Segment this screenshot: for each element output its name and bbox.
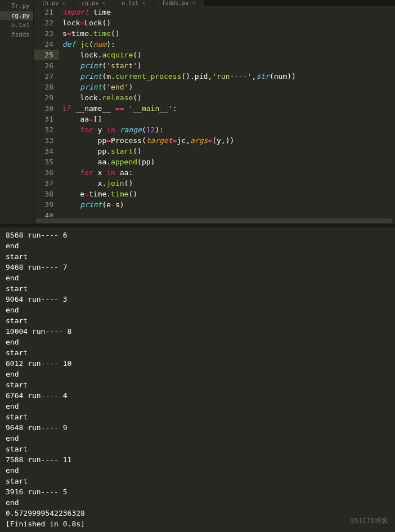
line-number[interactable]: 31 (34, 114, 59, 124)
sidebar-file[interactable]: Tr.py (0, 1, 33, 11)
code-area[interactable]: 2122232425262728293031323334353637383940… (34, 6, 395, 217)
tab-label: th.py (42, 0, 59, 6)
code-line[interactable]: lock.release() (62, 92, 395, 103)
code-line[interactable]: for x in aa: (62, 167, 395, 178)
editor-tab[interactable]: th.py× (34, 0, 74, 6)
code-line[interactable]: print(m.current_process().pid,'run----',… (62, 71, 395, 82)
tab-label: fsdds.py (161, 0, 188, 6)
editor-tab[interactable]: e.txt× (114, 0, 154, 6)
line-number[interactable]: 39 (34, 199, 59, 210)
code-line[interactable]: aa=[] (62, 114, 395, 124)
code-line[interactable]: import time (62, 7, 395, 17)
code-line[interactable]: print('start') (62, 60, 395, 71)
console-line: end (6, 465, 389, 476)
line-number[interactable]: 29 (34, 92, 59, 103)
line-number[interactable]: 28 (34, 82, 59, 92)
close-icon[interactable]: × (142, 0, 145, 6)
console-line: [Finished in 0.8s] (6, 518, 389, 529)
sidebar-file[interactable]: fsdds (0, 30, 33, 39)
console-line: end (6, 240, 389, 251)
horizontal-scrollbar[interactable] (36, 218, 393, 223)
line-number[interactable]: 36 (34, 167, 59, 178)
code-line[interactable]: if __name__ == '__main__': (62, 103, 395, 114)
console-line: end (6, 433, 389, 444)
code-line[interactable]: e=time.time() (62, 189, 395, 199)
console-line: 9468 run---- 7 (6, 262, 389, 272)
line-number[interactable]: 24 (34, 39, 59, 50)
console-line: end (6, 497, 389, 508)
tab-bar: th.py×cg.py×e.txt×fsdds.py× (34, 0, 395, 6)
line-number[interactable]: 23 (34, 28, 59, 39)
line-number[interactable]: 30 (34, 103, 59, 114)
console-line: start (6, 283, 389, 294)
code-line[interactable]: lock.acquire() (62, 50, 395, 60)
console-line: 6012 run---- 10 (6, 358, 389, 369)
line-number[interactable]: 34 (34, 146, 59, 157)
console-line: start (6, 315, 389, 326)
close-icon[interactable]: × (102, 0, 105, 6)
console-line: 3916 run---- 5 (6, 486, 389, 497)
console-line: 9064 run---- 3 (6, 294, 389, 305)
console-line: 8568 run---- 6 (6, 230, 389, 240)
line-number[interactable]: 21 (34, 7, 59, 17)
code-line[interactable]: aa.append(pp) (62, 157, 395, 167)
code-content[interactable]: import timelock=Lock()s=time.time()def j… (59, 6, 395, 217)
sidebar-file[interactable]: cg.py (0, 11, 33, 20)
watermark: @51CTO博客 (351, 516, 388, 526)
editor-area: th.py×cg.py×e.txt×fsdds.py× 212223242526… (34, 0, 395, 224)
editor-tab[interactable]: fsdds.py× (154, 0, 204, 6)
line-number[interactable]: 32 (34, 124, 59, 135)
console-line: start (6, 476, 389, 486)
code-line[interactable]: def jc(num): (62, 39, 395, 50)
console-line: 9648 run---- 9 (6, 422, 389, 433)
line-number[interactable]: 35 (34, 157, 59, 167)
code-line[interactable]: pp=Process(target=jc,args=(y,)) (62, 135, 395, 146)
line-number[interactable]: 27 (34, 71, 59, 82)
code-line[interactable]: pp.start() (62, 146, 395, 157)
console-line: start (6, 251, 389, 262)
code-line[interactable]: s=time.time() (62, 28, 395, 39)
line-gutter: 2122232425262728293031323334353637383940 (34, 6, 59, 217)
line-number[interactable]: 37 (34, 178, 59, 189)
console-line: end (6, 401, 389, 412)
close-icon[interactable]: × (62, 0, 65, 6)
output-console[interactable]: 8568 run---- 6endstart9468 run---- 7ends… (0, 225, 395, 532)
console-line: end (6, 337, 389, 347)
code-line[interactable] (62, 210, 395, 217)
line-number[interactable]: 22 (34, 17, 59, 28)
console-line: start (6, 347, 389, 358)
console-line: start (6, 379, 389, 390)
code-line[interactable]: lock=Lock() (62, 17, 395, 28)
console-line: start (6, 444, 389, 454)
console-line: end (6, 369, 389, 379)
editor-top-area: Tr.pycg.pye.txtfsdds th.py×cg.py×e.txt×f… (0, 0, 395, 225)
console-line: end (6, 305, 389, 315)
line-number[interactable]: 33 (34, 135, 59, 146)
line-number[interactable]: 26 (34, 60, 59, 71)
editor-tab[interactable]: cg.py× (74, 0, 114, 6)
console-line: 6764 run---- 4 (6, 390, 389, 401)
sidebar-file[interactable]: e.txt (0, 20, 33, 30)
tab-label: e.txt (122, 0, 138, 6)
code-line[interactable]: print(e-s) (62, 199, 395, 210)
line-number[interactable]: 25 (34, 50, 59, 60)
close-icon[interactable]: × (192, 0, 196, 6)
tab-label: cg.py (82, 0, 98, 6)
console-line: 7588 run---- 11 (6, 454, 389, 465)
console-line: 0.5729999542236328 (6, 508, 389, 518)
line-number[interactable]: 40 (34, 210, 59, 217)
file-sidebar: Tr.pycg.pye.txtfsdds (0, 0, 34, 224)
code-line[interactable]: for y in range(12): (62, 124, 395, 135)
console-line: end (6, 272, 389, 283)
line-number[interactable]: 38 (34, 189, 59, 199)
console-line: start (6, 412, 389, 422)
code-line[interactable]: print('end') (62, 82, 395, 92)
code-line[interactable]: x.join() (62, 178, 395, 189)
console-line: 10004 run---- 8 (6, 326, 389, 337)
